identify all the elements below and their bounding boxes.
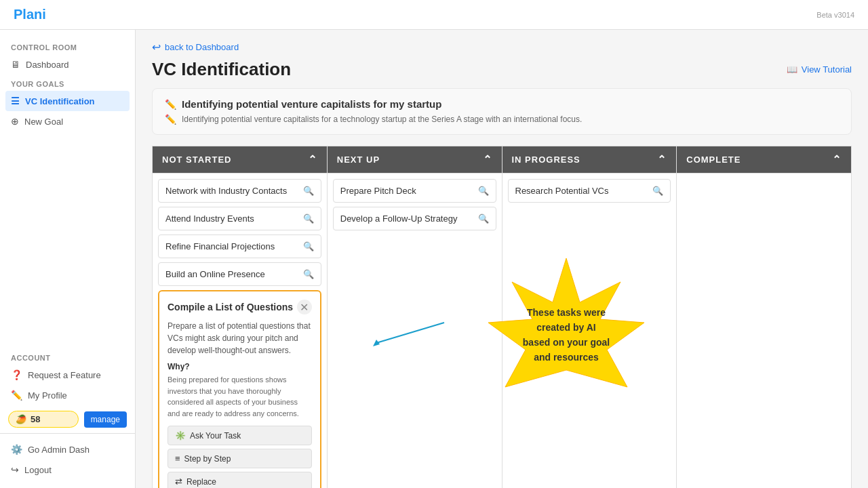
popup-title: Compile a List of Questions — [167, 302, 293, 312]
manage-button[interactable]: manage — [84, 411, 127, 428]
sidebar-item-request-feature[interactable]: ❓ Request a Feature — [0, 365, 135, 385]
replace-label: Replace — [186, 477, 216, 487]
sidebar-item-my-profile[interactable]: ✏️ My Profile — [0, 385, 135, 405]
col-body-complete — [677, 174, 851, 309]
logout-icon: ↪ — [11, 464, 19, 475]
sidebar-item-new-goal[interactable]: ⊕ New Goal — [0, 111, 135, 131]
back-arrow-icon: ↩ — [152, 41, 161, 54]
ask-task-label: Ask Your Task — [190, 431, 241, 441]
task-next-up-1[interactable]: Develop a Follow-Up Strategy 🔍 — [333, 207, 496, 230]
task-not-started-1[interactable]: Attend Industry Events 🔍 — [158, 207, 321, 230]
popup-why-text: Being prepared for questions shows inves… — [167, 374, 312, 419]
control-room-label: CONTROL ROOM — [0, 38, 135, 54]
page-title: VC Identification — [152, 59, 291, 80]
task-not-started-2[interactable]: Refine Financial Projections 🔍 — [158, 235, 321, 258]
chevron-up-icon-in-progress: ⌃ — [657, 153, 667, 166]
your-goals-label: YOUR GOALS — [0, 75, 135, 91]
plus-circle-icon: ⊕ — [11, 116, 19, 127]
task-not-started-3[interactable]: Build an Online Presence 🔍 — [158, 262, 321, 286]
column-in-progress: IN PROGRESS ⌃ Research Potential VCs 🔍 — [502, 146, 677, 488]
search-icon-0: 🔍 — [303, 186, 314, 196]
new-goal-label: New Goal — [24, 117, 63, 127]
col-label-in-progress: IN PROGRESS — [512, 155, 580, 165]
goal-main: ✏️ Identifying potential venture capital… — [165, 98, 839, 110]
go-admin-label: Go Admin Dash — [28, 445, 90, 455]
col-label-complete: COMPLETE — [686, 155, 741, 165]
ask-your-task-button[interactable]: ✳️ Ask Your Task — [167, 426, 312, 445]
col-header-complete[interactable]: COMPLETE ⌃ — [677, 146, 851, 174]
back-nav[interactable]: ↩ back to Dashboard — [152, 41, 852, 54]
col-body-next-up: Prepare Pitch Deck 🔍 Develop a Follow-Up… — [328, 174, 502, 309]
sidebar-item-go-admin[interactable]: ⚙️ Go Admin Dash — [0, 439, 135, 460]
chevron-up-icon-not-started: ⌃ — [308, 153, 317, 166]
task-label-inprog-0: Research Potential VCs — [515, 186, 609, 196]
search-icon-next-0: 🔍 — [478, 186, 489, 196]
col-body-not-started: Network with Industry Contacts 🔍 Attend … — [153, 174, 327, 488]
coin-icon: 🥭 — [16, 414, 26, 424]
view-tutorial-label: View Tutorial — [802, 64, 852, 75]
col-header-not-started[interactable]: NOT STARTED ⌃ — [153, 146, 327, 174]
task-label-next-1: Develop a Follow-Up Strategy — [340, 214, 458, 224]
step-by-step-label: Step by Step — [184, 454, 231, 464]
page-header: VC Identification 📖 View Tutorial — [152, 59, 852, 80]
kanban-board: NOT STARTED ⌃ Network with Industry Cont… — [152, 146, 852, 488]
dashboard-label: Dashboard — [26, 60, 69, 70]
task-label-2: Refine Financial Projections — [165, 241, 275, 251]
steps-icon: ≡ — [175, 453, 180, 464]
view-tutorial-button[interactable]: 📖 View Tutorial — [787, 64, 852, 75]
col-label-not-started: NOT STARTED — [162, 155, 231, 165]
book-icon: 📖 — [787, 64, 797, 75]
search-icon-1: 🔍 — [303, 214, 314, 224]
coins-count: 58 — [31, 414, 40, 424]
task-not-started-0[interactable]: Network with Industry Contacts 🔍 — [158, 179, 321, 203]
task-popup: Compile a List of Questions ✕ Prepare a … — [158, 290, 321, 488]
coins-area: 🥭 58 manage — [0, 405, 135, 433]
logo: Plani — [14, 7, 46, 22]
content-area: ↩ back to Dashboard VC Identification 📖 … — [136, 30, 868, 488]
task-label-3: Build an Online Presence — [165, 269, 265, 279]
list-icon: ☰ — [11, 96, 20, 106]
replace-icon: ⇄ — [175, 476, 182, 487]
task-label-0: Network with Industry Contacts — [165, 186, 287, 196]
replace-button[interactable]: ⇄ Replace — [167, 472, 312, 488]
edit-icon-main: ✏️ — [165, 99, 176, 110]
sidebar-item-dashboard[interactable]: 🖥 Dashboard — [0, 54, 135, 75]
col-header-in-progress[interactable]: IN PROGRESS ⌃ — [502, 146, 677, 174]
column-complete: COMPLETE ⌃ — [677, 146, 852, 488]
col-header-next-up[interactable]: NEXT UP ⌃ — [328, 146, 502, 174]
back-nav-label: back to Dashboard — [165, 42, 239, 52]
coins-badge: 🥭 58 — [8, 411, 79, 428]
goal-card: ✏️ Identifying potential venture capital… — [152, 88, 852, 135]
col-label-next-up: NEXT UP — [337, 155, 380, 165]
step-by-step-button[interactable]: ≡ Step by Step — [167, 449, 312, 468]
pencil-icon: ✏️ — [11, 390, 22, 401]
sidebar-footer: ⚙️ Go Admin Dash ↪ Logout — [0, 433, 135, 480]
ask-icon: ✳️ — [175, 430, 186, 441]
my-profile-label: My Profile — [28, 390, 67, 401]
column-not-started: NOT STARTED ⌃ Network with Industry Cont… — [152, 146, 328, 488]
sidebar-item-vc-identification[interactable]: ☰ VC Identification — [5, 91, 130, 111]
settings-icon: ⚙️ — [11, 444, 22, 455]
search-icon-next-1: 🔍 — [478, 214, 489, 224]
col-body-in-progress: Research Potential VCs 🔍 — [502, 174, 677, 309]
goal-sub: ✏️ Identifying potential venture capital… — [165, 114, 839, 125]
vc-identification-label: VC Identification — [25, 96, 95, 106]
goal-main-text: Identifying potential venture capitalist… — [182, 98, 441, 110]
chevron-up-icon-complete: ⌃ — [832, 153, 842, 166]
search-icon-inprog-0: 🔍 — [652, 186, 663, 196]
sidebar-item-logout[interactable]: ↪ Logout — [0, 460, 135, 480]
account-label: ACCOUNT — [0, 348, 135, 365]
chevron-up-icon-next-up: ⌃ — [483, 153, 492, 166]
column-next-up: NEXT UP ⌃ Prepare Pitch Deck 🔍 Develop a… — [328, 146, 502, 488]
main-layout: CONTROL ROOM 🖥 Dashboard YOUR GOALS ☰ VC… — [0, 30, 868, 488]
sidebar: CONTROL ROOM 🖥 Dashboard YOUR GOALS ☰ VC… — [0, 30, 136, 488]
popup-close-button[interactable]: ✕ — [297, 300, 312, 314]
monitor-icon: 🖥 — [11, 59, 20, 70]
beta-version: Beta v3014 — [816, 11, 854, 19]
popup-description: Prepare a list of potential questions th… — [167, 320, 312, 357]
task-next-up-0[interactable]: Prepare Pitch Deck 🔍 — [333, 179, 496, 203]
task-in-progress-0[interactable]: Research Potential VCs 🔍 — [508, 179, 671, 203]
logout-label: Logout — [24, 465, 52, 475]
search-icon-3: 🔍 — [303, 269, 314, 279]
edit-icon-sub: ✏️ — [165, 114, 176, 125]
